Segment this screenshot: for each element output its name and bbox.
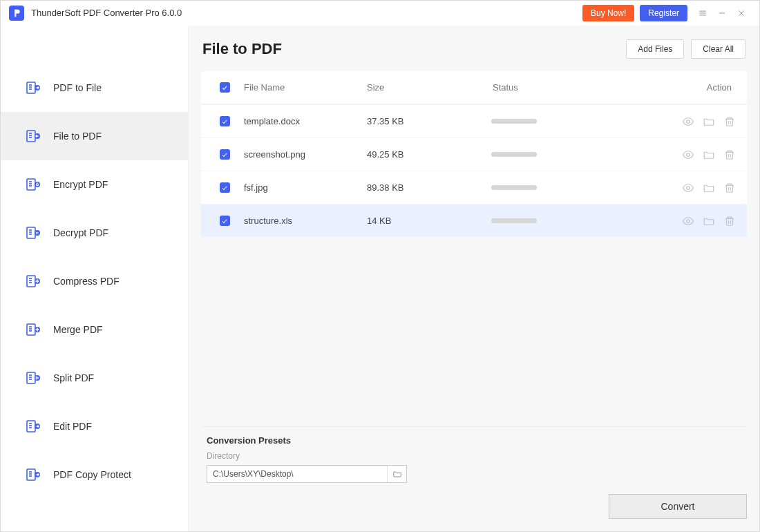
svg-point-62 (687, 120, 690, 123)
sidebar-item-label: Edit PDF (53, 421, 92, 432)
svg-rect-43 (27, 372, 35, 383)
status-bar (491, 152, 537, 157)
compress-pdf-icon (24, 272, 42, 290)
conversion-presets: Conversion Presets Directory (201, 426, 747, 483)
convert-button[interactable]: Convert (609, 494, 747, 519)
table-row[interactable]: fsf.jpg 89.38 KB (201, 171, 747, 204)
file-name-cell: structure.xls (244, 216, 367, 226)
minimize-icon[interactable] (712, 3, 732, 23)
svg-rect-11 (27, 131, 35, 142)
sidebar: PDF to File File to PDF Encrypt PDF Decr… (1, 26, 189, 531)
file-size-cell: 37.35 KB (367, 116, 491, 126)
sidebar-item-label: Split PDF (53, 372, 94, 383)
table-header-row: File Name Size Status Action (201, 71, 747, 104)
svg-rect-67 (727, 152, 733, 159)
svg-rect-57 (27, 469, 35, 480)
row-checkbox[interactable] (220, 216, 230, 226)
merge-pdf-icon (24, 321, 42, 339)
table-row[interactable]: structure.xls 14 KB (201, 204, 747, 237)
edit-pdf-icon (24, 417, 42, 435)
select-all-checkbox[interactable] (220, 82, 230, 93)
open-folder-icon[interactable] (703, 115, 715, 128)
file-name-cell: screenshot.png (244, 149, 367, 160)
app-window: ThunderSoft PDF Converter Pro 6.0.0 Buy … (0, 0, 760, 532)
sidebar-item-split-pdf[interactable]: Split PDF (1, 354, 188, 402)
svg-rect-63 (727, 119, 733, 126)
sidebar-item-label: Encrypt PDF (53, 179, 108, 190)
open-folder-icon[interactable] (703, 215, 715, 227)
svg-rect-52 (27, 421, 35, 432)
app-title: ThunderSoft PDF Converter Pro 6.0.0 (31, 8, 182, 18)
app-logo-icon (9, 6, 24, 21)
open-folder-icon[interactable] (703, 182, 715, 194)
browse-directory-button[interactable] (387, 466, 406, 482)
row-checkbox[interactable] (220, 182, 230, 193)
encrypt-pdf-icon (24, 175, 42, 193)
file-to-pdf-icon (24, 127, 42, 145)
sidebar-item-edit-pdf[interactable]: Edit PDF (1, 402, 188, 450)
svg-point-74 (687, 219, 690, 222)
status-bar (491, 218, 537, 223)
delete-icon[interactable] (723, 115, 736, 128)
row-checkbox[interactable] (220, 116, 230, 126)
table-row[interactable]: template.docx 37.35 KB (201, 104, 747, 137)
preview-icon[interactable] (682, 182, 694, 194)
main-header: File to PDF Add Files Clear All (201, 39, 747, 59)
svg-rect-75 (727, 218, 733, 225)
directory-label: Directory (207, 451, 741, 461)
svg-point-70 (687, 186, 690, 189)
preview-icon[interactable] (682, 215, 694, 227)
file-size-cell: 49.25 KB (367, 149, 491, 160)
file-size-cell: 89.38 KB (367, 182, 491, 193)
sidebar-item-label: PDF Copy Protect (53, 469, 131, 480)
sidebar-item-label: PDF to File (53, 82, 102, 93)
decrypt-pdf-icon (24, 224, 42, 242)
clear-all-button[interactable]: Clear All (691, 39, 745, 59)
sidebar-item-pdf-copy-protect[interactable]: PDF Copy Protect (1, 450, 188, 499)
pdf-copy-protect-icon (24, 466, 42, 484)
open-folder-icon[interactable] (703, 149, 715, 161)
status-cell (491, 152, 629, 157)
status-bar (491, 119, 537, 124)
col-size: Size (367, 82, 491, 93)
title-bar: ThunderSoft PDF Converter Pro 6.0.0 Buy … (1, 1, 759, 26)
sidebar-item-decrypt-pdf[interactable]: Decrypt PDF (1, 209, 188, 257)
buy-now-button[interactable]: Buy Now! (582, 5, 634, 21)
delete-icon[interactable] (723, 182, 736, 194)
svg-rect-22 (27, 227, 35, 238)
file-table: File Name Size Status Action template.do… (201, 71, 747, 237)
sidebar-item-label: Merge PDF (53, 324, 103, 335)
col-action: Action (629, 82, 740, 93)
file-size-cell: 14 KB (367, 216, 491, 226)
directory-input[interactable] (207, 469, 387, 479)
sidebar-item-compress-pdf[interactable]: Compress PDF (1, 257, 188, 305)
svg-point-66 (687, 153, 690, 156)
sidebar-item-file-to-pdf[interactable]: File to PDF (1, 112, 188, 160)
register-button[interactable]: Register (640, 5, 687, 21)
close-icon[interactable] (732, 3, 751, 23)
sidebar-item-pdf-to-file[interactable]: PDF to File (1, 64, 188, 112)
file-name-cell: template.docx (244, 116, 367, 126)
delete-icon[interactable] (723, 215, 736, 227)
status-bar (491, 185, 537, 190)
add-files-button[interactable]: Add Files (626, 39, 684, 59)
file-name-cell: fsf.jpg (244, 182, 367, 193)
preview-icon[interactable] (682, 149, 694, 161)
svg-rect-6 (27, 82, 35, 93)
svg-rect-36 (27, 324, 35, 335)
sidebar-item-label: Decrypt PDF (53, 227, 108, 238)
page-title: File to PDF (202, 40, 282, 58)
svg-rect-29 (27, 276, 35, 287)
preview-icon[interactable] (682, 115, 694, 128)
main-panel: File to PDF Add Files Clear All File Nam… (189, 26, 759, 531)
menu-icon[interactable] (693, 3, 712, 23)
status-cell (491, 119, 629, 124)
sidebar-item-label: Compress PDF (53, 276, 120, 287)
table-row[interactable]: screenshot.png 49.25 KB (201, 137, 747, 171)
row-checkbox[interactable] (220, 149, 230, 160)
delete-icon[interactable] (723, 149, 736, 161)
sidebar-item-encrypt-pdf[interactable]: Encrypt PDF (1, 160, 188, 209)
col-file-name: File Name (244, 82, 367, 93)
sidebar-item-merge-pdf[interactable]: Merge PDF (1, 305, 188, 354)
status-cell (491, 185, 629, 190)
